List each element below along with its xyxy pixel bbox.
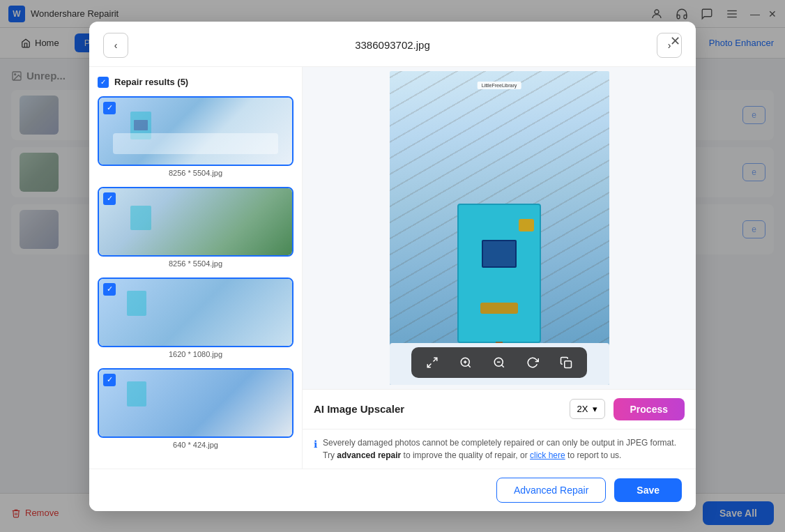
repair-results-header: ✓ Repair results (5)	[98, 77, 294, 88]
thumb-label-4: 640 * 424.jpg	[98, 441, 294, 449]
modal-body: ✓ Repair results (5) ✓	[89, 67, 696, 469]
zoom-out-button[interactable]	[489, 353, 509, 372]
prev-arrow-icon: ‹	[114, 40, 118, 51]
svg-rect-20	[565, 360, 572, 367]
info-text-post: to report to us.	[565, 450, 622, 460]
svg-line-14	[468, 365, 470, 367]
thumb-img-1	[99, 98, 292, 165]
thumb-img-4	[99, 370, 292, 436]
dropdown-arrow-icon: ▾	[593, 404, 597, 414]
thumb-label-2: 8256 * 5504.jpg	[98, 259, 294, 268]
thumb-wrap-3[interactable]: ✓	[98, 278, 294, 347]
thumb-img-3	[99, 279, 292, 346]
modal-filename: 3386093702.jpg	[139, 39, 646, 51]
library-lock	[519, 219, 534, 231]
thumbnail-item-4[interactable]: ✓ 640 * 424.jpg	[98, 368, 294, 449]
image-preview-area: LittleFreeLibrary	[303, 67, 696, 389]
ai-upscaler-row: AI Image Upscaler 2X ▾ Process	[303, 389, 696, 429]
info-bold-text: advanced repair	[337, 450, 401, 460]
thumb-wrap-1[interactable]: ✓	[98, 96, 294, 166]
little-library	[457, 204, 541, 343]
info-icon: ℹ	[314, 437, 317, 452]
modal-close-button[interactable]: ✕	[665, 31, 685, 51]
modal-footer: Advanced Repair Save	[89, 469, 696, 511]
info-row: ℹ Severely damaged photos cannot be comp…	[303, 429, 696, 469]
svg-line-18	[501, 365, 503, 367]
svg-rect-8	[130, 206, 151, 230]
zoom-in-button[interactable]	[456, 353, 475, 372]
prev-image-button[interactable]: ‹	[103, 33, 128, 58]
library-sign: LittleFreeLibrary	[478, 82, 521, 89]
thumbnail-item-1[interactable]: ✓ 8256 * 5504.jpg	[98, 96, 294, 177]
library-window	[482, 240, 517, 268]
modal-thumbnail-panel: ✓ Repair results (5) ✓	[89, 67, 303, 469]
thumb-img-2	[99, 188, 292, 255]
thumb-label-1: 8256 * 5504.jpg	[98, 169, 294, 177]
svg-rect-10	[127, 381, 146, 406]
save-button[interactable]: Save	[614, 478, 682, 502]
image-toolbar	[411, 347, 587, 378]
main-photo: LittleFreeLibrary	[390, 71, 609, 385]
svg-rect-7	[134, 120, 148, 130]
library-plate	[480, 303, 518, 314]
thumb-label-3: 1620 * 1080.jpg	[98, 350, 294, 358]
thumb-check-2: ✓	[103, 192, 116, 205]
svg-line-12	[427, 363, 431, 367]
thumb-check-4: ✓	[103, 374, 116, 386]
svg-rect-9	[127, 291, 146, 316]
copy-button[interactable]	[556, 353, 576, 372]
repair-results-label: Repair results (5)	[114, 77, 188, 87]
rotate-button[interactable]	[523, 353, 542, 372]
click-here-link[interactable]: click here	[530, 450, 565, 460]
thumbnail-item-2[interactable]: ✓ 8256 * 5504.jpg	[98, 187, 294, 268]
process-button[interactable]: Process	[613, 398, 685, 420]
thumb-check-1: ✓	[103, 102, 116, 114]
advanced-repair-button[interactable]: Advanced Repair	[496, 478, 606, 503]
thumb-check-3: ✓	[103, 283, 116, 296]
fullscreen-button[interactable]	[422, 353, 442, 372]
thumbnail-item-3[interactable]: ✓ 1620 * 1080.jpg	[98, 278, 294, 358]
thumb-wrap-4[interactable]: ✓	[98, 368, 294, 438]
upscale-value: 2X	[577, 404, 588, 414]
modal-overlay: ‹ 3386093702.jpg › ✕ ✓ Repair results (5…	[0, 0, 785, 532]
modal-preview-panel: LittleFreeLibrary	[303, 67, 696, 469]
select-all-checkbox[interactable]: ✓	[98, 77, 109, 88]
modal-header: ‹ 3386093702.jpg › ✕	[89, 22, 696, 67]
info-text-mid: to improve the quality of repair, or	[401, 450, 530, 460]
thumb-wrap-2[interactable]: ✓	[98, 187, 294, 257]
ai-upscaler-label: AI Image Upscaler	[314, 403, 561, 415]
upscale-dropdown[interactable]: 2X ▾	[570, 399, 605, 419]
info-text: Severely damaged photos cannot be comple…	[323, 436, 685, 462]
photo-background: LittleFreeLibrary	[390, 71, 609, 385]
app-window: W Wondershare Repairit	[0, 0, 785, 532]
svg-line-11	[434, 358, 437, 361]
repair-preview-modal: ‹ 3386093702.jpg › ✕ ✓ Repair results (5…	[89, 22, 696, 511]
